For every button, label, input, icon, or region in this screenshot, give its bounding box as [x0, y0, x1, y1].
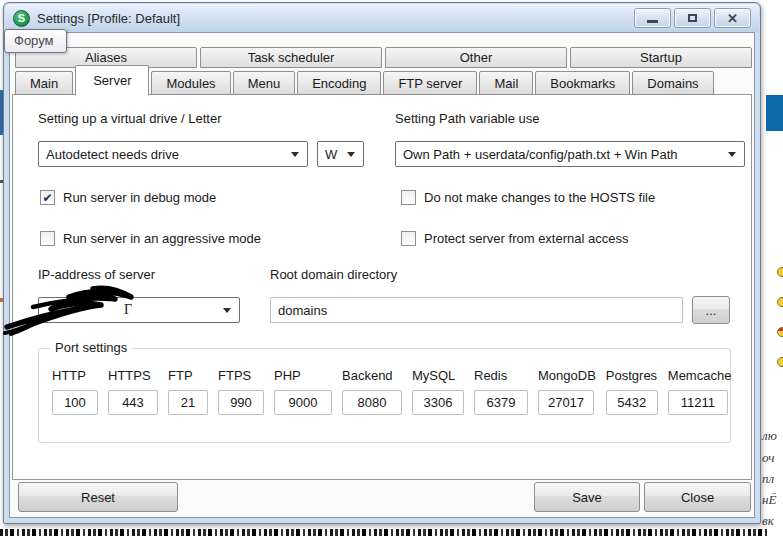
ip-address-label: IP-address of server [38, 267, 155, 282]
port-label: MySQL [412, 368, 455, 383]
background-blue-block [766, 95, 783, 131]
dialog-footer: Reset Save Close [10, 482, 754, 513]
tab-main[interactable]: Main [15, 71, 73, 95]
tab-bookmarks[interactable]: Bookmarks [535, 71, 630, 95]
port-settings-group: Port settings HTTP HTTPS FTP [38, 348, 731, 443]
save-button[interactable]: Save [534, 482, 640, 512]
port-label: Postgres [606, 368, 657, 383]
port-label: PHP [274, 368, 301, 383]
minimize-icon [647, 20, 658, 23]
dialog-client-area: Aliases Task scheduler Other Startup Mai… [9, 32, 755, 518]
port-input-redis[interactable] [474, 390, 528, 415]
path-variable-label: Setting Path variable use [395, 111, 540, 126]
port-input-php[interactable] [274, 390, 332, 415]
aggressive-mode-checkbox-row[interactable]: Run server in an aggressive mode [40, 231, 261, 246]
hosts-label: Do not make changes to the HOSTS file [424, 190, 655, 205]
minimize-button[interactable] [634, 8, 671, 28]
virtual-drive-select[interactable]: Autodetect needs drive [38, 141, 308, 167]
port-label: FTPS [218, 368, 251, 383]
background-text-fragment: лю [762, 428, 777, 444]
tab-server[interactable]: Server [75, 65, 149, 96]
server-tab-panel: Setting up a virtual drive / Letter Auto… [12, 94, 752, 480]
aggressive-mode-label: Run server in an aggressive mode [63, 231, 261, 246]
tab-domains[interactable]: Domains [632, 71, 713, 95]
tab-encoding[interactable]: Encoding [297, 71, 381, 95]
port-col-mongodb: MongoDB [538, 368, 596, 415]
virtual-drive-value: Autodetect needs drive [46, 147, 179, 162]
port-input-http[interactable] [52, 390, 98, 415]
chevron-down-icon [223, 308, 231, 313]
root-domain-label: Root domain directory [270, 267, 397, 282]
close-button[interactable]: ✕ [714, 8, 751, 28]
path-variable-value: Own Path + userdata/config/path.txt + Wi… [403, 147, 678, 162]
debug-mode-checkbox[interactable]: ✔ [40, 190, 55, 205]
tab-modules[interactable]: Modules [151, 71, 230, 95]
protect-label: Protect server from external access [424, 231, 628, 246]
tab-other[interactable]: Other [385, 47, 567, 68]
root-domain-input[interactable] [270, 297, 683, 323]
port-col-postgres: Postgres [606, 368, 658, 415]
port-input-mysql[interactable] [412, 390, 464, 415]
debug-mode-checkbox-row[interactable]: ✔ Run server in debug mode [40, 190, 216, 205]
ip-address-select[interactable]: Г [38, 297, 240, 323]
port-col-redis: Redis [474, 368, 528, 415]
protect-checkbox-row[interactable]: Protect server from external access [401, 231, 628, 246]
virtual-drive-label: Setting up a virtual drive / Letter [38, 111, 222, 126]
port-label: Redis [474, 368, 507, 383]
close-icon: ✕ [727, 12, 738, 25]
path-variable-select[interactable]: Own Path + userdata/config/path.txt + Wi… [395, 141, 745, 167]
tab-ftp-server[interactable]: FTP server [383, 71, 477, 95]
drive-letter-value: W [325, 147, 337, 162]
port-col-http: HTTP [52, 368, 98, 415]
aggressive-mode-checkbox[interactable] [40, 231, 55, 246]
port-input-https[interactable] [108, 390, 158, 415]
port-col-backend: Backend [342, 368, 402, 415]
smiley-icon [777, 327, 783, 337]
tab-mail[interactable]: Mail [479, 71, 533, 95]
port-label: Backend [342, 368, 393, 383]
port-label: HTTP [52, 368, 86, 383]
tab-row-primary: Main Server Modules Menu Encoding FTP se… [15, 68, 716, 95]
port-input-mongodb[interactable] [538, 390, 594, 415]
tab-startup[interactable]: Startup [570, 47, 752, 68]
debug-mode-label: Run server in debug mode [63, 190, 216, 205]
settings-window: S Settings [Profile: Default] ✕ Форум Al… [3, 2, 761, 524]
port-label: HTTPS [108, 368, 151, 383]
hosts-checkbox[interactable] [401, 190, 416, 205]
hosts-checkbox-row[interactable]: Do not make changes to the HOSTS file [401, 190, 655, 205]
restore-button[interactable] [674, 8, 711, 28]
title-bar[interactable]: S Settings [Profile: Default] ✕ [5, 4, 759, 32]
port-col-php: PHP [274, 368, 332, 415]
close-dialog-button[interactable]: Close [644, 482, 751, 512]
chevron-down-icon [728, 152, 736, 157]
port-settings-legend: Port settings [50, 340, 132, 355]
background-text-fragment: нЁ [762, 492, 776, 508]
app-icon: S [13, 10, 30, 27]
background-page-bottom-text [0, 529, 767, 536]
port-input-backend[interactable] [342, 390, 402, 415]
chevron-down-icon [347, 152, 355, 157]
tab-task-scheduler[interactable]: Task scheduler [200, 47, 382, 68]
port-input-ftps[interactable] [218, 390, 264, 415]
tab-menu[interactable]: Menu [233, 71, 296, 95]
port-input-ftp[interactable] [168, 390, 208, 415]
protect-checkbox[interactable] [401, 231, 416, 246]
port-col-ftps: FTPS [218, 368, 264, 415]
background-text-fragment: оч [762, 450, 774, 466]
window-controls: ✕ [634, 8, 751, 28]
forum-tooltip: Форум [4, 29, 67, 53]
port-input-postgres[interactable] [606, 390, 658, 415]
background-text-fragment: вк [762, 513, 774, 529]
window-title: Settings [Profile: Default] [37, 11, 634, 26]
drive-letter-select[interactable]: W [317, 141, 364, 167]
port-input-memcache[interactable] [668, 390, 728, 415]
smiley-icon [777, 357, 783, 367]
port-col-mysql: MySQL [412, 368, 464, 415]
reset-button[interactable]: Reset [18, 482, 178, 512]
background-page-right-strip: лю оч пл нЁ вк [761, 0, 783, 536]
port-col-ftp: FTP [168, 368, 208, 415]
restore-icon [688, 14, 697, 22]
port-col-https: HTTPS [108, 368, 158, 415]
browse-button[interactable]: ... [692, 296, 730, 324]
port-label: MongoDB [538, 368, 596, 383]
